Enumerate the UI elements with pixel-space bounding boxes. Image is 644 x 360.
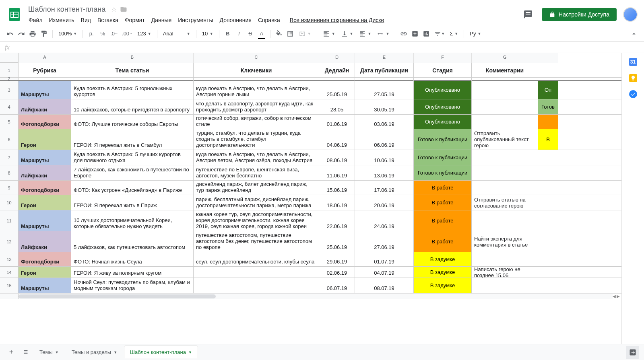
- cell[interactable]: [538, 267, 558, 278]
- menu-Справка[interactable]: Справка: [255, 15, 283, 25]
- row-header[interactable]: 3: [0, 81, 19, 99]
- share-button[interactable]: Настройки Доступа: [542, 8, 617, 21]
- user-avatar[interactable]: [623, 7, 638, 22]
- cell[interactable]: куда поехать в Австрию, что делать в Авс…: [194, 150, 319, 165]
- cell[interactable]: 7 лайфхаков, как сэкономить в путешестви…: [71, 165, 194, 180]
- cell[interactable]: Фотоподборки: [19, 181, 71, 195]
- menu-Файл[interactable]: Файл: [26, 15, 45, 25]
- chart-button[interactable]: [421, 29, 431, 39]
- cell[interactable]: [472, 210, 538, 231]
- cell[interactable]: 08.06.19: [319, 150, 355, 165]
- row-header[interactable]: 12: [0, 231, 19, 252]
- col-header-C[interactable]: C: [194, 53, 319, 63]
- cell[interactable]: Маршруты: [19, 150, 71, 165]
- cell[interactable]: 30.05.19: [355, 99, 414, 114]
- cell[interactable]: Герои: [19, 129, 71, 150]
- cell[interactable]: Готово к публикации: [414, 129, 472, 150]
- cell[interactable]: [538, 231, 558, 252]
- cell[interactable]: ГЕРОИ: Я переехал жить в Париж: [71, 195, 194, 210]
- sheet-tab[interactable]: Темы▼: [34, 346, 64, 358]
- cell[interactable]: [472, 78, 538, 81]
- cell[interactable]: 28.05: [319, 99, 355, 114]
- cell[interactable]: Лайфхаки: [19, 231, 71, 252]
- cell[interactable]: Дата публикации: [355, 63, 414, 77]
- cell[interactable]: [71, 78, 194, 81]
- spreadsheet-grid[interactable]: ABCDEFG 1РубрикаТема статьиКлючевикиДедл…: [0, 53, 621, 344]
- valign-button[interactable]: ▼: [339, 29, 356, 39]
- row-header[interactable]: 9: [0, 181, 19, 195]
- bold-button[interactable]: B: [223, 29, 233, 39]
- cell[interactable]: В работе: [414, 231, 472, 252]
- doc-title[interactable]: Шаблон контент-плана: [26, 4, 108, 14]
- cell[interactable]: 04.07.19: [355, 267, 414, 278]
- cell[interactable]: [194, 278, 319, 293]
- cell[interactable]: Готов: [538, 99, 558, 114]
- menu-Формат[interactable]: Формат: [122, 15, 148, 25]
- cell[interactable]: [194, 267, 319, 278]
- cell[interactable]: ГЕРОИ: Я переехал жить в Стамбул: [71, 129, 194, 150]
- halign-button[interactable]: ▼: [320, 29, 338, 39]
- cell[interactable]: Лайфхаки: [19, 165, 71, 180]
- cell[interactable]: [538, 63, 558, 77]
- cell[interactable]: В: [538, 129, 558, 150]
- merge-button[interactable]: ▼: [296, 29, 314, 39]
- toolbar-collapse-button[interactable]: [629, 29, 639, 39]
- cell[interactable]: Готово к публикации: [414, 150, 472, 165]
- print-button[interactable]: [27, 29, 38, 39]
- cell[interactable]: Найти эксперта для комментария в статье: [472, 231, 538, 252]
- filter-button[interactable]: ▼: [432, 29, 446, 39]
- menu-Изменить[interactable]: Изменить: [46, 15, 77, 25]
- cell[interactable]: В задумке: [414, 267, 472, 278]
- all-sheets-button[interactable]: ≡: [19, 346, 32, 359]
- cell[interactable]: куда поехать в Австрию, что делать в Авс…: [194, 81, 319, 99]
- cell[interactable]: Герои: [19, 195, 71, 210]
- cell[interactable]: южная корея тур, сеул достопримечательно…: [194, 210, 319, 231]
- cell[interactable]: путешествие автостопом, путешествие авто…: [194, 231, 319, 252]
- explore-button[interactable]: [626, 346, 639, 359]
- row-header[interactable]: 10: [0, 195, 19, 210]
- cell[interactable]: 13.06.19: [355, 165, 414, 180]
- cell[interactable]: [414, 78, 472, 81]
- sheet-tab[interactable]: Темы и разделы▼: [66, 346, 123, 358]
- add-sheet-button[interactable]: +: [5, 346, 18, 359]
- wrap-button[interactable]: ▼: [356, 29, 374, 39]
- redo-button[interactable]: [16, 29, 27, 39]
- cell[interactable]: ФОТО: Ночная жизнь Сеула: [71, 252, 194, 266]
- cell[interactable]: Опубликовано: [414, 99, 472, 114]
- cell[interactable]: [538, 210, 558, 231]
- number-format-select[interactable]: 123▼: [135, 29, 154, 39]
- cell[interactable]: 03.06.19: [355, 115, 414, 129]
- cell[interactable]: сеул, сеул достопримечательности, клубы …: [194, 252, 319, 266]
- cell[interactable]: В работе: [414, 210, 472, 231]
- cell[interactable]: 5 лайфхаков, как путешествовать автостоп…: [71, 231, 194, 252]
- row-header[interactable]: 11: [0, 210, 19, 231]
- cell[interactable]: Отправить опубликованный текст герою: [472, 129, 538, 150]
- cell[interactable]: [538, 165, 558, 180]
- cell[interactable]: готический собор, витражи, собор в готич…: [194, 115, 319, 129]
- cell[interactable]: Комментарии: [472, 63, 538, 77]
- cell[interactable]: [472, 150, 538, 165]
- strikethrough-button[interactable]: S: [245, 29, 256, 39]
- row-header[interactable]: 15: [0, 278, 19, 293]
- menu-Вставка[interactable]: Вставка: [95, 15, 121, 25]
- cell[interactable]: Маршруты: [19, 278, 71, 293]
- formula-bar[interactable]: fx: [0, 42, 644, 53]
- cell[interactable]: [472, 278, 538, 293]
- cell[interactable]: Куда поехать в Австрию: 5 горнолыжных ку…: [71, 81, 194, 99]
- cell[interactable]: Написать герою не позднее 15.06: [472, 267, 538, 278]
- cell[interactable]: Дедлайн: [319, 63, 355, 77]
- cell[interactable]: В задумке: [414, 278, 472, 293]
- cell[interactable]: Маршруты: [19, 210, 71, 231]
- cell[interactable]: 02.06.19: [319, 267, 355, 278]
- cell[interactable]: [355, 78, 414, 81]
- text-color-button[interactable]: A: [256, 29, 267, 39]
- cell[interactable]: 27.05.19: [355, 81, 414, 99]
- sheet-tab[interactable]: Шаблон контент-плана▼: [124, 346, 198, 358]
- cell[interactable]: В задумке: [414, 252, 472, 266]
- col-header-A[interactable]: A: [19, 53, 71, 63]
- cell[interactable]: [538, 78, 558, 81]
- cell[interactable]: 10.06.19: [355, 150, 414, 165]
- row-header[interactable]: 14: [0, 267, 19, 278]
- row-header[interactable]: 2: [0, 78, 19, 80]
- row-header[interactable]: 13: [0, 252, 19, 266]
